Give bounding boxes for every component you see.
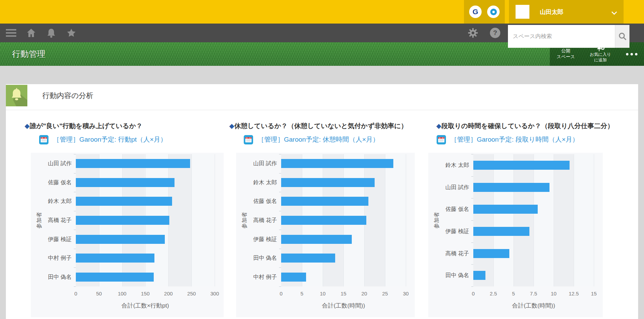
menu-icon[interactable] [6, 27, 17, 38]
bar [281, 235, 352, 244]
plot-band [534, 154, 554, 286]
user-name: 山田太郎 [540, 8, 563, 16]
category-label: 高橋 花子 [428, 250, 469, 257]
bar [473, 161, 570, 170]
bar [76, 235, 165, 244]
x-tick-label: 30 [398, 291, 413, 296]
plot-band [493, 154, 513, 286]
x-axis-label: 合計(工数(時間)) [281, 302, 406, 310]
category-label: 鈴木 太郎 [31, 198, 72, 205]
x-tick-label: 7.5 [526, 291, 541, 296]
x-tick-label: 150 [138, 291, 153, 296]
y-tick [471, 220, 473, 221]
y-tick [74, 154, 76, 154]
x-tick-label: 300 [207, 291, 222, 296]
bar [76, 216, 169, 225]
public-space-button[interactable]: 公開 スペース [550, 48, 582, 60]
garoon-app-icon[interactable]: G [469, 6, 482, 18]
bar [76, 197, 172, 206]
x-tick-label: 0 [274, 291, 289, 296]
diamond-bullet-icon: ◆ [436, 122, 441, 130]
search-button[interactable] [615, 25, 629, 48]
plot-band [168, 154, 191, 286]
x-tick-label: 10 [315, 291, 330, 296]
star-icon[interactable] [66, 27, 77, 38]
category-label: 山田 試作 [31, 160, 72, 167]
category-label: 伊藤 検証 [31, 236, 72, 243]
bar [281, 178, 375, 187]
gridline [493, 154, 494, 286]
y-tick [279, 211, 281, 211]
x-tick-label: 25 [377, 291, 393, 296]
category-label: 田中 偽名 [31, 274, 72, 281]
bar-chart-3: 参加者 合計(工数(時間)) 鈴木 太郎山田 試作佐藤 仮名伊藤 検証高橋 花子… [428, 153, 603, 317]
report-link-row: ［管理］Garoon予定: 休憩時間（人×月） [244, 134, 415, 145]
x-tick-label: 10 [546, 291, 561, 296]
gridline [215, 154, 215, 286]
y-tick [279, 154, 281, 154]
chart-column-1: ◆誰が"良い"行動を積み上げているか？ ［管理］Garoon予定: 行動pt（人… [25, 122, 224, 317]
x-tick-label: 0 [68, 291, 83, 296]
plot-band [473, 154, 493, 286]
category-label: 山田 試作 [236, 160, 277, 167]
x-axis-label: 合計(工数×行動pt) [76, 302, 215, 310]
home-icon[interactable] [26, 27, 37, 38]
x-tick-label: 15 [586, 291, 601, 296]
y-tick [471, 176, 473, 177]
x-tick-label: 5 [294, 291, 310, 296]
y-tick [471, 242, 473, 243]
notification-bell-icon[interactable] [46, 27, 57, 38]
y-tick [279, 230, 281, 230]
x-tick-label: 12.5 [566, 291, 581, 296]
y-tick [74, 249, 76, 249]
office-app-icon[interactable] [487, 6, 500, 18]
bar-chart-2: 参加者 合計(工数(時間)) 山田 試作鈴木 太郎佐藤 仮名高橋 花子伊藤 検証… [236, 153, 415, 317]
calendar-icon[interactable] [437, 135, 446, 144]
add-favorite-button[interactable]: お気に入り に追加 [582, 45, 619, 63]
y-tick [74, 267, 76, 268]
bar [76, 178, 175, 187]
category-label: 田中 偽名 [236, 255, 277, 262]
gridline [406, 154, 406, 286]
bar [76, 159, 190, 168]
bar [473, 271, 485, 280]
y-tick [74, 173, 76, 174]
user-menu[interactable]: 山田太郎 [509, 0, 624, 24]
category-label: 鈴木 太郎 [428, 162, 469, 169]
x-tick-label: 250 [184, 291, 199, 296]
x-tick-label: 2.5 [486, 291, 501, 296]
x-tick-label: 100 [115, 291, 130, 296]
report-link-1[interactable]: ［管理］Garoon予定: 行動pt（人×月） [53, 135, 167, 144]
report-link-3[interactable]: ［管理］Garoon予定: 段取り時間（人×月） [450, 135, 579, 144]
calendar-icon[interactable] [244, 135, 253, 144]
chevron-down-icon [611, 10, 617, 16]
plot-band [554, 154, 574, 286]
category-label: 山田 試作 [428, 184, 469, 191]
chart-column-2: ◆休憩しているか？（休憩していないと気付かず非効率に） ［管理］Garoon予定… [229, 122, 415, 317]
gridline [574, 154, 574, 286]
y-tick [279, 192, 281, 192]
office-app-ring-icon [490, 9, 497, 15]
help-icon[interactable]: ? [490, 27, 501, 38]
y-tick [279, 249, 281, 249]
plot-band [364, 154, 385, 286]
plot-area [281, 154, 406, 286]
y-tick [74, 230, 76, 230]
y-tick [471, 154, 473, 154]
category-label: 佐藤 仮名 [428, 206, 469, 213]
settings-gear-icon[interactable] [467, 27, 478, 38]
report-link-2[interactable]: ［管理］Garoon予定: 休憩時間（人×月） [258, 135, 379, 144]
y-tick [74, 211, 76, 211]
category-label: 伊藤 検証 [428, 228, 469, 235]
y-tick [74, 192, 76, 192]
category-label: 佐藤 仮名 [31, 179, 72, 186]
y-tick [279, 286, 281, 287]
category-label: 中村 例子 [236, 274, 277, 281]
more-options-button[interactable] [619, 53, 644, 55]
search-input[interactable]: スペース内検索 [513, 25, 552, 48]
x-tick-label: 50 [91, 291, 107, 296]
top-bar: G 山田太郎 [0, 0, 644, 24]
calendar-icon[interactable] [39, 135, 48, 144]
y-axis-label: 参加者 [433, 212, 440, 229]
garoon-app-label: G [473, 8, 478, 16]
